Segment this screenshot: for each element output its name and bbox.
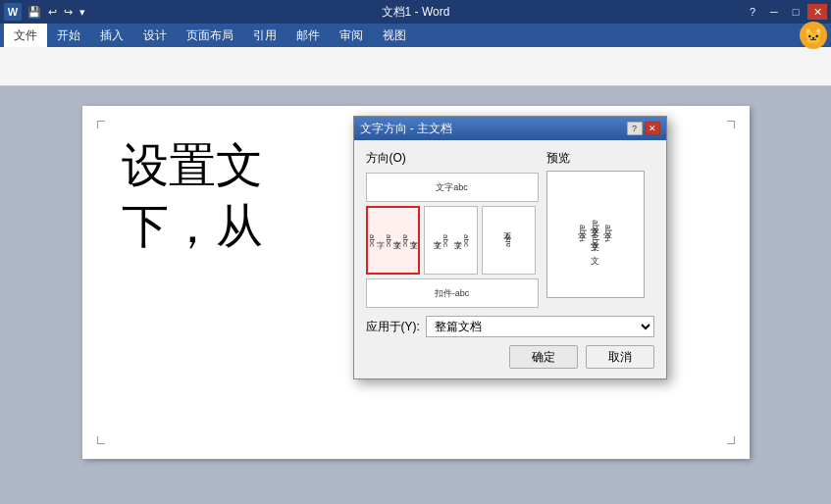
undo-icon[interactable]: ↩ bbox=[46, 5, 59, 20]
quick-access-toolbar: 💾 ↩ ↪ ▾ bbox=[26, 5, 87, 20]
apply-to-row: 应用于(Y): 整篇文档 所选文字 bbox=[366, 316, 654, 337]
ribbon-tabs: 文件 开始 插入 设计 页面布局 引用 邮件 审阅 视图 🐱 bbox=[0, 24, 831, 47]
dialog-titlebar: 文字方向 - 主文档 ? ✕ bbox=[354, 117, 666, 140]
ribbon-search: 🐱 bbox=[800, 22, 827, 49]
direction-section-title: 方向(O) bbox=[366, 150, 539, 167]
preview-label: 预览 bbox=[546, 150, 654, 167]
text-direction-dialog: 文字方向 - 主文档 ? ✕ 方向(O) 文字abc bbox=[353, 116, 667, 379]
redo-icon[interactable]: ↪ bbox=[62, 5, 75, 20]
tab-view[interactable]: 视图 bbox=[373, 24, 416, 47]
save-icon[interactable]: 💾 bbox=[26, 5, 43, 20]
tab-review[interactable]: 审阅 bbox=[330, 24, 373, 47]
word-logo-icon: W bbox=[4, 3, 22, 21]
preview-text-col3: 字abc↓ bbox=[602, 225, 613, 243]
title-bar-controls: ? ─ □ ✕ bbox=[743, 4, 827, 20]
title-bar-left: W 💾 ↩ ↪ ▾ bbox=[4, 3, 87, 21]
corner-mark-bl bbox=[97, 436, 105, 444]
toolbar bbox=[0, 47, 831, 86]
tab-page-layout[interactable]: 页面布局 bbox=[177, 24, 243, 47]
user-avatar: 🐱 bbox=[800, 22, 827, 49]
main-area: 设置文字 入上到 下，从从 输入。 文字方向 - 主文档 ? ✕ 方向(O) 文… bbox=[0, 86, 831, 504]
dir-bottom-text: 扣件-abc bbox=[435, 287, 470, 300]
preview-text-col1: 字abc↓ bbox=[577, 225, 588, 243]
dir-option-vertical-lr[interactable]: 文字abc 文字abc bbox=[424, 206, 478, 275]
dialog-left-panel: 方向(O) 文字abc 字abc 文字abc bbox=[366, 150, 539, 308]
restore-button[interactable]: □ bbox=[786, 4, 805, 20]
close-button[interactable]: ✕ bbox=[807, 4, 827, 20]
dialog-main-row: 方向(O) 文字abc 字abc 文字abc bbox=[366, 150, 654, 308]
tab-design[interactable]: 设计 bbox=[133, 24, 177, 47]
tab-file[interactable]: 文件 bbox=[4, 24, 47, 47]
title-bar: W 💾 ↩ ↪ ▾ 文档1 - Word ? ─ □ ✕ bbox=[0, 0, 831, 24]
dialog-title: 文字方向 - 主文档 bbox=[360, 121, 453, 137]
corner-mark-tr bbox=[727, 121, 735, 128]
preview-box: 字abc↓ 文字abc文字abc文 字abc↓ bbox=[546, 171, 645, 298]
corner-mark-tl bbox=[97, 121, 105, 128]
title-bar-title: 文档1 - Word bbox=[382, 4, 450, 21]
dir-option-rotated[interactable]: 文字abc bbox=[482, 206, 536, 275]
cancel-button[interactable]: 取消 bbox=[586, 345, 654, 369]
minimize-button[interactable]: ─ bbox=[764, 4, 784, 20]
corner-mark-br bbox=[727, 436, 735, 444]
dialog-buttons-row: 确定 取消 bbox=[366, 345, 654, 369]
dialog-title-buttons: ? ✕ bbox=[627, 122, 660, 135]
dialog-help-button[interactable]: ? bbox=[627, 122, 643, 135]
help-button[interactable]: ? bbox=[743, 4, 762, 20]
dir-option-bottom[interactable]: 扣件-abc bbox=[366, 278, 539, 308]
dialog-close-button[interactable]: ✕ bbox=[645, 122, 660, 135]
tab-mail[interactable]: 邮件 bbox=[286, 24, 330, 47]
apply-to-label: 应用于(Y): bbox=[366, 319, 420, 335]
dialog-body: 方向(O) 文字abc 字abc 文字abc bbox=[354, 140, 666, 378]
tab-references[interactable]: 引用 bbox=[243, 24, 286, 47]
word-logo-text: W bbox=[8, 6, 18, 18]
tab-home[interactable]: 开始 bbox=[47, 24, 90, 47]
dir-option-horizontal[interactable]: 文字abc bbox=[366, 173, 539, 202]
tab-insert[interactable]: 插入 bbox=[90, 24, 133, 47]
more-icon[interactable]: ▾ bbox=[78, 5, 87, 20]
preview-text-col2: 文字abc文字abc文 bbox=[590, 220, 600, 248]
dir-horizontal-text: 文字abc bbox=[436, 181, 468, 194]
dialog-right-panel: 预览 字abc↓ 文字abc文字abc文 字abc↓ bbox=[546, 150, 654, 298]
apply-to-select[interactable]: 整篇文档 所选文字 bbox=[426, 316, 654, 337]
dir-option-vertical-rl[interactable]: 字abc 文字abc 文字abc bbox=[366, 206, 420, 275]
confirm-button[interactable]: 确定 bbox=[509, 345, 578, 369]
